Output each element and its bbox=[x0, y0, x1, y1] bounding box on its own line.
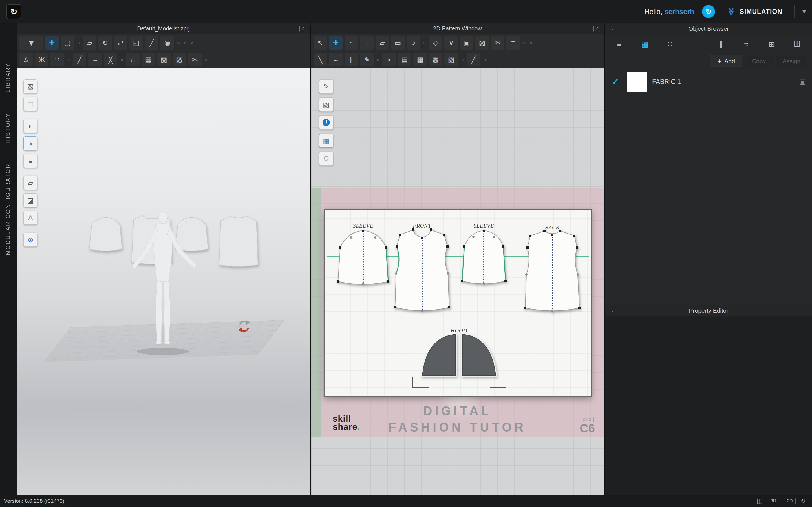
pin-icon[interactable]: ◉ bbox=[160, 36, 174, 50]
reset-view-icon[interactable]: ↻ bbox=[801, 497, 806, 505]
fabric-b-icon[interactable]: ▩ bbox=[157, 53, 170, 66]
topstitch-tab-icon[interactable]: ∥ bbox=[714, 38, 728, 51]
flip-pattern-icon[interactable]: ⇄ bbox=[114, 36, 128, 50]
simulation-dropdown-caret[interactable]: ▾ bbox=[802, 8, 808, 15]
fabric-list-item[interactable]: ✓ FABRIC 1 ▣ bbox=[605, 70, 812, 93]
toggle-2d-button[interactable]: 2D bbox=[784, 498, 795, 504]
rail-tab-history[interactable]: HISTORY bbox=[5, 113, 11, 144]
free-sewing-icon[interactable]: ≈ bbox=[88, 53, 102, 66]
arrangement-points-icon[interactable]: ∷ bbox=[50, 53, 64, 66]
shirt-preview-icon[interactable]: ▤ bbox=[398, 53, 411, 66]
measure-2d-icon[interactable]: ╱ bbox=[467, 53, 480, 66]
move-pattern-icon[interactable]: ▱ bbox=[83, 36, 96, 50]
pattern-piece-sleeve-left[interactable] bbox=[336, 228, 390, 286]
object-browser-collapse-icon[interactable]: → bbox=[608, 25, 614, 33]
baseline-icon[interactable]: ▧ bbox=[444, 53, 458, 66]
simulate-icon[interactable]: ▼ bbox=[19, 36, 43, 50]
pattern-information-icon[interactable]: i bbox=[319, 115, 333, 129]
dart-icon[interactable]: ◇ bbox=[429, 36, 442, 50]
button-tab-icon[interactable]: ∷ bbox=[663, 38, 677, 51]
simulation-button[interactable]: ≫ SIMULATION bbox=[723, 5, 786, 18]
fabric-row-add-icon[interactable]: ▣ bbox=[799, 78, 808, 86]
rail-tab-modular-configurator[interactable]: MODULAR CONFIGURATOR bbox=[5, 163, 11, 255]
remove-sewing-icon[interactable]: ╳ bbox=[104, 53, 117, 66]
pattern-board[interactable]: SLEEVE FRONT SLEEVE BACK HOOD bbox=[324, 209, 592, 397]
pattern-piece-sleeve-right[interactable] bbox=[461, 228, 507, 286]
rectangle-icon[interactable]: ▭ bbox=[391, 36, 405, 50]
pattern-piece-back[interactable] bbox=[522, 228, 582, 313]
list-view-icon[interactable]: ≡ bbox=[612, 38, 627, 51]
segment-sewing-icon[interactable]: ╱ bbox=[73, 53, 86, 66]
circle-icon[interactable]: ○ bbox=[407, 36, 420, 50]
split-view-icon[interactable]: ◫ bbox=[757, 497, 763, 505]
popout-2d-icon[interactable]: ↗ bbox=[594, 25, 600, 32]
cut-and-sew-icon[interactable]: ✂ bbox=[491, 36, 504, 50]
toolbar-overflow-indicator: » bbox=[67, 56, 70, 63]
viewport-3d-canvas[interactable]: ▧▤◐◑◒▱◪♙⊕ bbox=[17, 68, 310, 495]
clo-app-logo-icon[interactable]: ↻ bbox=[6, 4, 21, 19]
rail-tab-library[interactable]: LIBRARY bbox=[5, 62, 11, 93]
edit-sewing-icon[interactable]: ✎ bbox=[360, 53, 373, 66]
copy-button[interactable]: Copy bbox=[745, 55, 773, 67]
mn-sew-icon[interactable]: ∥ bbox=[345, 53, 358, 66]
popout-3d-icon[interactable]: ↗ bbox=[299, 25, 306, 32]
free-sew-icon[interactable]: ≈ bbox=[329, 53, 343, 66]
avatar-motion-icon[interactable]: Ж bbox=[35, 53, 49, 66]
add-point-icon[interactable]: + bbox=[360, 36, 373, 50]
seam-allowance-icon[interactable]: ▣ bbox=[460, 36, 473, 50]
scale-gizmo-icon[interactable]: ◱ bbox=[130, 36, 143, 50]
edit-curvature-icon[interactable]: ~ bbox=[345, 36, 358, 50]
pattern-window-title: 2D Pattern Window bbox=[433, 25, 481, 32]
avatar-xray-icon[interactable]: ◒ bbox=[23, 154, 38, 168]
pane-divider-right[interactable] bbox=[604, 23, 605, 495]
fabric-tab-icon[interactable]: ▦ bbox=[638, 38, 652, 51]
pane-divider-left[interactable] bbox=[310, 23, 311, 495]
fabric-swatch[interactable] bbox=[627, 71, 647, 92]
pattern-piece-front[interactable] bbox=[392, 225, 452, 313]
trace-icon[interactable]: ▨ bbox=[475, 36, 489, 50]
scissors-icon[interactable]: ✂ bbox=[188, 53, 202, 66]
select-move-icon[interactable]: ✚ bbox=[45, 36, 59, 50]
world-view-icon[interactable]: ⊕ bbox=[23, 233, 38, 247]
steam-iron-icon[interactable]: ⌂ bbox=[126, 53, 140, 66]
assign-button[interactable]: Assign bbox=[776, 55, 808, 67]
polygon-icon[interactable]: ▱ bbox=[375, 36, 389, 50]
scene-3d[interactable] bbox=[17, 195, 310, 370]
fabric-a-icon[interactable]: ▦ bbox=[142, 53, 155, 66]
puckering-tab-icon[interactable]: ≈ bbox=[739, 38, 754, 51]
avatar-mesh-icon[interactable]: ◑ bbox=[23, 136, 38, 151]
hardware-tab-icon[interactable]: ⊞ bbox=[764, 38, 779, 51]
notch-icon[interactable]: ∨ bbox=[444, 36, 458, 50]
show-avatar-icon[interactable]: ▧ bbox=[23, 79, 38, 94]
box-select-icon[interactable]: ▢ bbox=[61, 36, 74, 50]
transform-pattern-icon[interactable]: ↖ bbox=[313, 36, 327, 50]
segment-sew-icon[interactable]: ╲ bbox=[313, 53, 327, 66]
fold-arrangement-icon[interactable]: ◪ bbox=[23, 193, 38, 207]
edit-pattern-icon[interactable]: ✚ bbox=[329, 36, 343, 50]
username-link[interactable]: serhserh bbox=[665, 8, 695, 15]
avatar-surface-icon[interactable]: ◐ bbox=[23, 119, 38, 133]
trim-tab-icon[interactable]: ― bbox=[688, 38, 703, 51]
line-tack-icon[interactable]: ╱ bbox=[145, 36, 158, 50]
lock-pattern-icon[interactable]: Ω bbox=[319, 152, 333, 166]
toggle-3d-button[interactable]: 3D bbox=[768, 498, 779, 504]
fabric-view-icon[interactable]: ▦ bbox=[319, 133, 333, 148]
texture-editor-icon[interactable]: ▧ bbox=[319, 98, 333, 112]
show-garment-icon[interactable]: ▤ bbox=[23, 97, 38, 111]
avatar-pose-icon[interactable]: ♙ bbox=[19, 53, 33, 66]
fabric-texture-icon[interactable]: ▦ bbox=[413, 53, 427, 66]
grading-icon[interactable]: ≡ bbox=[506, 36, 520, 50]
pen-tool-icon[interactable]: ✎ bbox=[319, 79, 333, 94]
show-mannequin-icon[interactable]: ♙ bbox=[23, 211, 38, 225]
clo-account-icon[interactable]: ↻ bbox=[702, 5, 715, 18]
property-editor-collapse-icon[interactable]: → bbox=[608, 307, 614, 314]
show-arrangement-plane-icon[interactable]: ▱ bbox=[23, 176, 38, 190]
colorway-icon[interactable]: ▨ bbox=[172, 53, 186, 66]
zipper-tab-icon[interactable]: Ш bbox=[790, 38, 804, 51]
pattern-piece-hood[interactable] bbox=[419, 333, 499, 381]
iron-2d-icon[interactable]: ◗ bbox=[382, 53, 396, 66]
add-button[interactable]: + Add bbox=[710, 55, 742, 67]
viewport-2d-canvas[interactable]: ✎▧i▦Ω bbox=[311, 68, 604, 495]
colorway-2d-icon[interactable]: ▩ bbox=[429, 53, 442, 66]
rotate-pattern-icon[interactable]: ↻ bbox=[98, 36, 112, 50]
